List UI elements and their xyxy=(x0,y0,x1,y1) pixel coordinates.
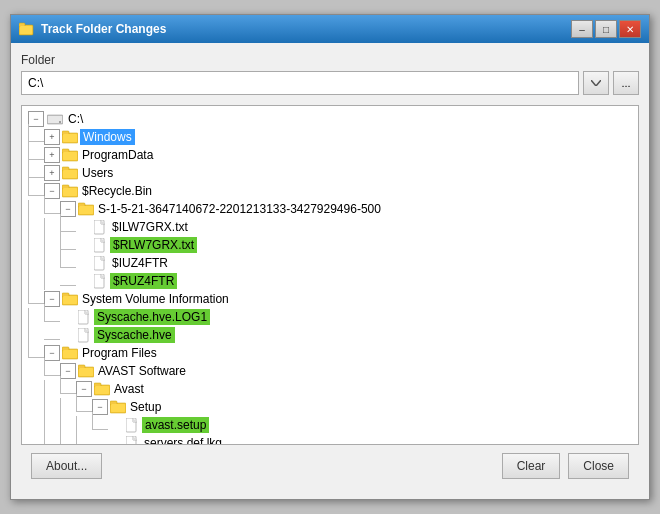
expander-placeholder xyxy=(76,237,92,253)
folder-icon-setup xyxy=(110,401,126,414)
expander-programdata[interactable]: + xyxy=(44,147,60,163)
svg-rect-11 xyxy=(63,152,77,160)
tree-item-programdata[interactable]: + ProgramData xyxy=(24,146,636,164)
folder-icon-programfiles xyxy=(62,347,78,360)
main-window: Track Folder Changes – □ ✕ Folder ... xyxy=(10,14,650,500)
tree-item-c-drive[interactable]: − C:\ xyxy=(24,110,636,128)
window-body: Folder ... − C:\ xyxy=(11,43,649,499)
close-title-button[interactable]: ✕ xyxy=(619,20,641,38)
drive-icon xyxy=(47,112,63,126)
chevron-down-icon xyxy=(591,80,601,86)
folder-dropdown-button[interactable] xyxy=(583,71,609,95)
tree-item-recycle[interactable]: − $Recycle.Bin xyxy=(24,182,636,200)
close-button[interactable]: Close xyxy=(568,453,629,479)
expander-placeholder xyxy=(60,327,76,343)
folder-icon-sysvolinfo xyxy=(62,293,78,306)
svg-rect-20 xyxy=(79,206,93,214)
title-bar-left: Track Folder Changes xyxy=(19,21,166,37)
expander-placeholder xyxy=(76,273,92,289)
item-label-sysvolinfo: System Volume Information xyxy=(80,291,231,307)
item-label-recycle: $Recycle.Bin xyxy=(80,183,154,199)
tree-item-avast-software[interactable]: − AVAST Software xyxy=(24,362,636,380)
item-label-windows: Windows xyxy=(80,129,135,145)
svg-rect-2 xyxy=(20,26,32,34)
expander-placeholder xyxy=(108,417,124,433)
item-label-programdata: ProgramData xyxy=(80,147,155,163)
svg-rect-38 xyxy=(63,350,77,358)
item-label-sid: S-1-5-21-3647140672-2201213133-342792949… xyxy=(96,201,383,217)
title-bar: Track Folder Changes – □ ✕ xyxy=(11,15,649,43)
title-icon xyxy=(19,21,35,37)
item-label-avast: Avast xyxy=(112,381,146,397)
file-icon-servers-def xyxy=(126,435,140,445)
expander-placeholder xyxy=(76,219,92,235)
tree-item-servers-def[interactable]: servers.def.lkg xyxy=(24,434,636,445)
tree-item-setup[interactable]: − Setup xyxy=(24,398,636,416)
tree-item-ilw7grx[interactable]: $ILW7GRX.txt xyxy=(24,218,636,236)
title-text: Track Folder Changes xyxy=(41,22,166,36)
tree-item-programfiles[interactable]: − Program Files xyxy=(24,344,636,362)
file-icon-iuz4ftr xyxy=(94,255,108,271)
svg-rect-47 xyxy=(111,404,125,412)
right-buttons: Clear Close xyxy=(502,453,629,479)
file-icon-syscache xyxy=(78,327,92,343)
tree-item-users[interactable]: + Users xyxy=(24,164,636,182)
tree-container[interactable]: − C:\ + Windows + xyxy=(21,105,639,445)
expander-users[interactable]: + xyxy=(44,165,60,181)
item-label-syscache-log: Syscache.hve.LOG1 xyxy=(94,309,210,325)
svg-rect-50 xyxy=(126,436,136,446)
tree-item-ruz4ftr[interactable]: $RUZ4FTR xyxy=(24,272,636,290)
item-label-syscache: Syscache.hve xyxy=(94,327,175,343)
svg-rect-17 xyxy=(63,188,77,196)
file-icon-avast-setup xyxy=(126,417,140,433)
svg-point-5 xyxy=(59,121,61,123)
item-label-ruz4ftr: $RUZ4FTR xyxy=(110,273,177,289)
item-label-ilw7grx: $ILW7GRX.txt xyxy=(110,219,190,235)
tree-item-syscache-log[interactable]: Syscache.hve.LOG1 xyxy=(24,308,636,326)
folder-label: Folder xyxy=(21,53,639,67)
about-button[interactable]: About... xyxy=(31,453,102,479)
tree-item-sysvolinfo[interactable]: − System Volume Information xyxy=(24,290,636,308)
svg-rect-31 xyxy=(63,296,77,304)
item-label-rlw7grx: $RLW7GRX.txt xyxy=(110,237,197,253)
folder-input[interactable] xyxy=(21,71,579,95)
item-label-avast-software: AVAST Software xyxy=(96,363,188,379)
folder-row: ... xyxy=(21,71,639,95)
tree-item-avast-setup[interactable]: avast.setup xyxy=(24,416,636,434)
file-icon-ruz4ftr xyxy=(94,273,108,289)
item-label-programfiles: Program Files xyxy=(80,345,159,361)
minimize-button[interactable]: – xyxy=(571,20,593,38)
item-label-setup: Setup xyxy=(128,399,163,415)
file-icon-syscache-log xyxy=(78,309,92,325)
tree-item-syscache[interactable]: Syscache.hve xyxy=(24,326,636,344)
item-label-servers-def: servers.def.lkg xyxy=(142,435,224,445)
item-label-iuz4ftr: $IUZ4FTR xyxy=(110,255,170,271)
svg-rect-14 xyxy=(63,170,77,178)
tree-item-rlw7grx[interactable]: $RLW7GRX.txt xyxy=(24,236,636,254)
tree-item-iuz4ftr[interactable]: $IUZ4FTR xyxy=(24,254,636,272)
svg-rect-44 xyxy=(95,386,109,394)
item-label-users: Users xyxy=(80,165,115,181)
folder-icon-recycle xyxy=(62,185,78,198)
bottom-bar: About... Clear Close xyxy=(21,445,639,489)
folder-icon-windows xyxy=(62,131,78,144)
folder-icon-avast xyxy=(94,383,110,396)
expander-windows[interactable]: + xyxy=(44,129,60,145)
expander-placeholder xyxy=(76,255,92,271)
folder-icon-avast-software xyxy=(78,365,94,378)
folder-icon-sid xyxy=(78,203,94,216)
clear-button[interactable]: Clear xyxy=(502,453,561,479)
folder-icon-users xyxy=(62,167,78,180)
expander-placeholder xyxy=(60,309,76,325)
browse-button[interactable]: ... xyxy=(613,71,639,95)
tree-item-avast[interactable]: − Avast xyxy=(24,380,636,398)
tree-item-sid[interactable]: − S-1-5-21-3647140672-2201213133-3427929… xyxy=(24,200,636,218)
folder-icon-programdata xyxy=(62,149,78,162)
expander-placeholder xyxy=(108,435,124,445)
maximize-button[interactable]: □ xyxy=(595,20,617,38)
file-icon-ilw7grx xyxy=(94,219,108,235)
tree-item-windows[interactable]: + Windows xyxy=(24,128,636,146)
svg-rect-8 xyxy=(63,134,77,142)
title-buttons: – □ ✕ xyxy=(571,20,641,38)
svg-rect-41 xyxy=(79,368,93,376)
